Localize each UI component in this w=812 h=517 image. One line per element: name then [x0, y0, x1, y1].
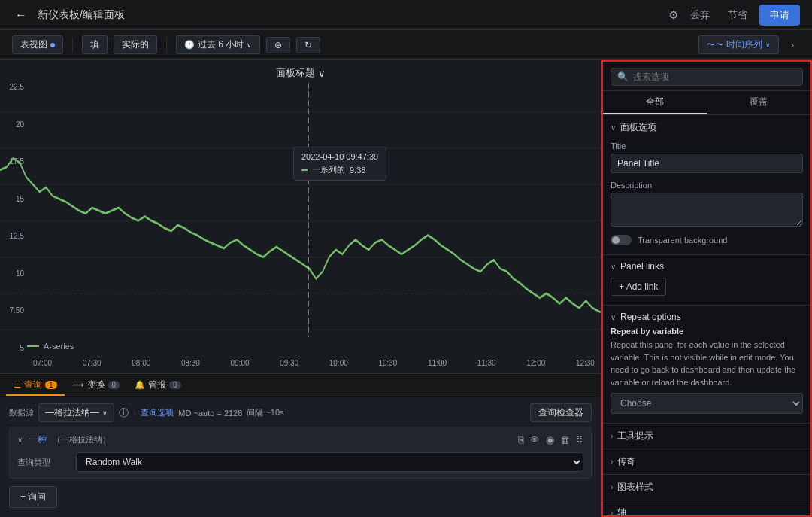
- tab-transform-label: 变换: [87, 379, 105, 391]
- chart-svg-wrapper: 07:00 07:30 08:00 08:30 09:00 09:30 10:0…: [0, 83, 601, 373]
- title-input[interactable]: [611, 154, 803, 173]
- tab-transform-icon: ⟿: [72, 380, 84, 390]
- chart-legend: A-series: [27, 342, 74, 351]
- repeat-options-label: Repeat options: [620, 312, 681, 322]
- legend-section[interactable]: › 传奇: [603, 449, 810, 475]
- x-label: 11:00: [428, 359, 447, 367]
- add-link-button[interactable]: + Add link: [611, 278, 666, 296]
- info-icon: ⓘ: [119, 406, 129, 420]
- datasource-label: 数据源: [9, 407, 34, 418]
- view-dot: [50, 43, 55, 47]
- description-field-row: Description: [603, 178, 810, 233]
- apply-button[interactable]: 申请: [759, 5, 800, 26]
- refresh-button[interactable]: ↻: [296, 37, 320, 53]
- zoom-button[interactable]: ⊖: [266, 37, 290, 53]
- toggle-icon[interactable]: ◉: [546, 434, 554, 446]
- more-button[interactable]: ›: [785, 36, 800, 53]
- tab-query-icon: ☰: [14, 380, 21, 390]
- toggle-knob: [612, 236, 620, 244]
- bottom-tabs: ☰ 查询 1 ⟿ 变换 0 🔔 管报 0: [0, 373, 601, 397]
- legend-label: 传奇: [617, 455, 635, 468]
- query-collapse-icon[interactable]: ∨: [17, 436, 23, 444]
- tab-transform[interactable]: ⟿ 变换 0: [65, 376, 128, 396]
- axis-label: 轴: [617, 506, 626, 515]
- chart-style-arrow: ›: [611, 483, 613, 491]
- chart-style-section[interactable]: › 图表样式: [603, 475, 810, 500]
- page-title: 新仪表板/编辑面板: [38, 8, 125, 22]
- query-options-link[interactable]: 查询选项: [141, 407, 174, 418]
- delete-icon[interactable]: 🗑: [560, 434, 570, 446]
- top-nav-left: ← 新仪表板/编辑面板: [12, 5, 125, 25]
- filter-tab-overrides[interactable]: 覆盖: [707, 91, 810, 114]
- x-axis-labels: 07:00 07:30 08:00 08:30 09:00 09:30 10:0…: [27, 359, 601, 367]
- copy-icon[interactable]: ⎘: [518, 434, 524, 446]
- chevron-down-icon: ∨: [247, 41, 252, 49]
- time-range-button[interactable]: 🕐 过去 6 小时 ∨: [176, 35, 260, 54]
- save-button[interactable]: 节省: [722, 5, 753, 25]
- tab-transform-count: 0: [108, 381, 120, 389]
- x-label: 09:00: [231, 359, 250, 367]
- transparent-toggle[interactable]: [611, 235, 632, 245]
- back-button[interactable]: ←: [12, 5, 30, 25]
- tab-alert-icon: 🔔: [135, 380, 145, 390]
- datasource-arrow: ∨: [102, 409, 108, 417]
- repeat-options-header[interactable]: ∨ Repeat options: [603, 306, 810, 327]
- tab-alert-label: 管报: [148, 379, 166, 391]
- description-label: Description: [611, 181, 803, 190]
- chart-svg: [0, 83, 601, 373]
- panel-options-arrow: ∨: [611, 123, 616, 132]
- chart-title-bar: 面板标题 ∨: [0, 60, 601, 83]
- panel-links-label: Panel links: [620, 261, 664, 272]
- filter-tab-all[interactable]: 全部: [603, 91, 707, 114]
- datasource-select[interactable]: —格拉法纳— ∨: [38, 403, 114, 422]
- add-query-button[interactable]: + 询问: [9, 486, 57, 508]
- x-label: 11:30: [477, 359, 496, 367]
- drag-icon[interactable]: ⠿: [576, 434, 583, 446]
- top-nav: ← 新仪表板/编辑面板 ⚙ 丢弃 节省 申请: [0, 0, 812, 30]
- query-type-select[interactable]: Random Walk: [76, 452, 583, 472]
- panel-links-header[interactable]: ∨ Panel links: [603, 255, 810, 276]
- title-label: Title: [611, 141, 803, 151]
- query-type-row: 查询类型 Random Walk: [17, 452, 583, 472]
- repeat-description: Repeat this panel for each value in the …: [603, 339, 810, 393]
- tab-query[interactable]: ☰ 查询 1: [6, 376, 65, 396]
- axis-arrow: ›: [611, 509, 613, 515]
- view-toggle-button[interactable]: 表视图: [12, 35, 63, 54]
- top-nav-right: ⚙ 丢弃 节省 申请: [668, 5, 800, 26]
- panel-options-label: 面板选项: [620, 121, 656, 134]
- interval-info: 间隔 ~10s: [247, 407, 283, 418]
- query-inspector-button[interactable]: 查询检查器: [530, 403, 592, 422]
- tooltip-label: 工具提示: [617, 430, 653, 442]
- time-series-button[interactable]: 〜〜 时间序列 ∨: [698, 35, 779, 54]
- tooltip-section[interactable]: › 工具提示: [603, 424, 810, 449]
- tab-query-label: 查询: [24, 379, 42, 391]
- fill-button[interactable]: 填: [82, 35, 108, 54]
- query-actions: ⎘ 👁 ◉ 🗑 ⠿: [518, 434, 583, 446]
- tab-alert[interactable]: 🔔 管报 0: [127, 376, 189, 396]
- add-query-row: + 询问: [9, 483, 592, 511]
- toolbar-divider: [72, 38, 73, 53]
- chart-title[interactable]: 面板标题 ∨: [276, 66, 326, 80]
- tooltip-arrow: ›: [611, 432, 613, 440]
- discard-button[interactable]: 丢弃: [684, 5, 716, 25]
- legend-line: [27, 345, 39, 347]
- toolbar-divider2: [166, 38, 167, 53]
- time-series-arrow: ∨: [765, 41, 771, 49]
- actual-button[interactable]: 实际的: [114, 35, 157, 54]
- time-range-label: 过去 6 小时: [198, 38, 244, 51]
- axis-section[interactable]: › 轴: [603, 500, 810, 515]
- panel-options-header[interactable]: ∨ 面板选项: [603, 115, 810, 138]
- left-panel: 面板标题 ∨ 22.5 20 17.5 15 12.5 10 7.50 5: [0, 60, 601, 517]
- query-letter: 一种: [29, 433, 47, 446]
- description-textarea[interactable]: [611, 193, 803, 227]
- repeat-variable-select[interactable]: Choose: [611, 393, 803, 414]
- query-type-label: 查询类型: [17, 457, 70, 468]
- gear-icon[interactable]: ⚙: [668, 8, 678, 22]
- search-input[interactable]: [633, 71, 796, 82]
- x-label: 09:30: [280, 359, 298, 367]
- chart-area: 面板标题 ∨ 22.5 20 17.5 15 12.5 10 7.50 5: [0, 60, 601, 373]
- main-content: 面板标题 ∨ 22.5 20 17.5 15 12.5 10 7.50 5: [0, 60, 812, 517]
- eye-icon[interactable]: 👁: [530, 434, 540, 446]
- repeat-options-section: ∨ Repeat options Repeat by variable Repe…: [603, 306, 810, 424]
- filter-tabs: 全部 覆盖: [603, 91, 810, 115]
